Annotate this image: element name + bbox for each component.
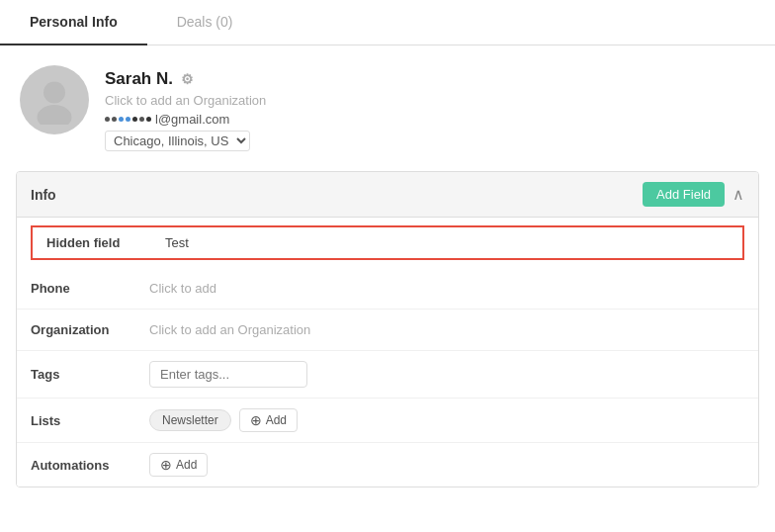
dot-6 (139, 117, 144, 122)
dot-5 (132, 117, 137, 122)
tags-label: Tags (31, 367, 149, 382)
lists-items: Newsletter ⊕ Add (149, 408, 298, 432)
tags-input[interactable] (149, 361, 307, 388)
dot-4 (126, 117, 130, 122)
hidden-field-row: Hidden field Test (31, 225, 744, 260)
automations-add-label: Add (176, 458, 197, 472)
tags-row: Tags (17, 351, 758, 399)
automations-add-button[interactable]: ⊕ Add (149, 453, 208, 477)
newsletter-badge[interactable]: Newsletter (149, 409, 231, 431)
svg-point-0 (43, 82, 65, 104)
tab-deals[interactable]: Deals (0) (147, 0, 263, 45)
gear-icon[interactable]: ⚙ (181, 71, 194, 87)
avatar (20, 65, 89, 134)
email-text: l@gmail.com (155, 112, 229, 127)
svg-point-1 (38, 105, 72, 125)
automations-label: Automations (31, 458, 149, 473)
phone-label: Phone (31, 281, 149, 296)
dot-2 (112, 117, 117, 122)
lists-row: Lists Newsletter ⊕ Add (17, 399, 758, 443)
email-dots (105, 117, 151, 122)
profile-org[interactable]: Click to add an Organization (105, 93, 266, 108)
hidden-field-label: Hidden field (46, 235, 165, 250)
automations-add-icon: ⊕ (160, 457, 172, 473)
hidden-field-wrapper: Hidden field Test (17, 218, 758, 268)
collapse-button[interactable]: ∧ (732, 185, 744, 204)
profile-email: l@gmail.com (105, 112, 266, 127)
organization-label: Organization (31, 322, 149, 337)
profile-section: Sarah N. ⚙ Click to add an Organization … (0, 45, 775, 171)
phone-row: Phone Click to add (17, 268, 758, 310)
add-field-button[interactable]: Add Field (643, 182, 725, 207)
avatar-icon (30, 75, 79, 125)
dot-1 (105, 117, 110, 122)
automations-actions: ⊕ Add (149, 453, 208, 477)
organization-value[interactable]: Click to add an Organization (149, 322, 310, 337)
info-card-header: Info Add Field ∧ (17, 172, 758, 218)
info-card-actions: Add Field ∧ (643, 182, 744, 207)
lists-label: Lists (31, 413, 149, 428)
profile-location: Chicago, Illinois, US (105, 131, 266, 151)
profile-name-row: Sarah N. ⚙ (105, 69, 266, 89)
tab-personal-info[interactable]: Personal Info (0, 0, 147, 45)
organization-row: Organization Click to add an Organizatio… (17, 310, 758, 351)
lists-add-label: Add (266, 413, 287, 427)
info-card-title: Info (31, 187, 56, 203)
info-rows: Hidden field Test Phone Click to add Org… (17, 218, 758, 487)
tabs-container: Personal Info Deals (0) (0, 0, 775, 45)
profile-info: Sarah N. ⚙ Click to add an Organization … (105, 65, 266, 151)
dot-3 (119, 117, 124, 122)
info-card: Info Add Field ∧ Hidden field Test Phone… (16, 171, 759, 488)
phone-value[interactable]: Click to add (149, 281, 216, 296)
lists-add-icon: ⊕ (250, 412, 262, 428)
automations-row: Automations ⊕ Add (17, 443, 758, 487)
dot-7 (146, 117, 151, 122)
profile-name-text: Sarah N. (105, 69, 173, 89)
hidden-field-value: Test (165, 235, 189, 250)
location-select[interactable]: Chicago, Illinois, US (105, 131, 250, 151)
lists-add-button[interactable]: ⊕ Add (239, 408, 298, 432)
